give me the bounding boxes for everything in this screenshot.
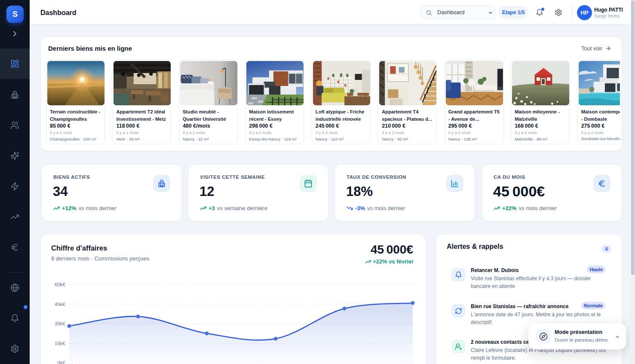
svg-text:60k€: 60k€ — [55, 282, 66, 287]
svg-text:45k€: 45k€ — [55, 302, 66, 307]
svg-text:0k€: 0k€ — [57, 360, 65, 364]
svg-text:15k€: 15k€ — [55, 341, 66, 346]
svg-text:30k€: 30k€ — [55, 321, 66, 326]
